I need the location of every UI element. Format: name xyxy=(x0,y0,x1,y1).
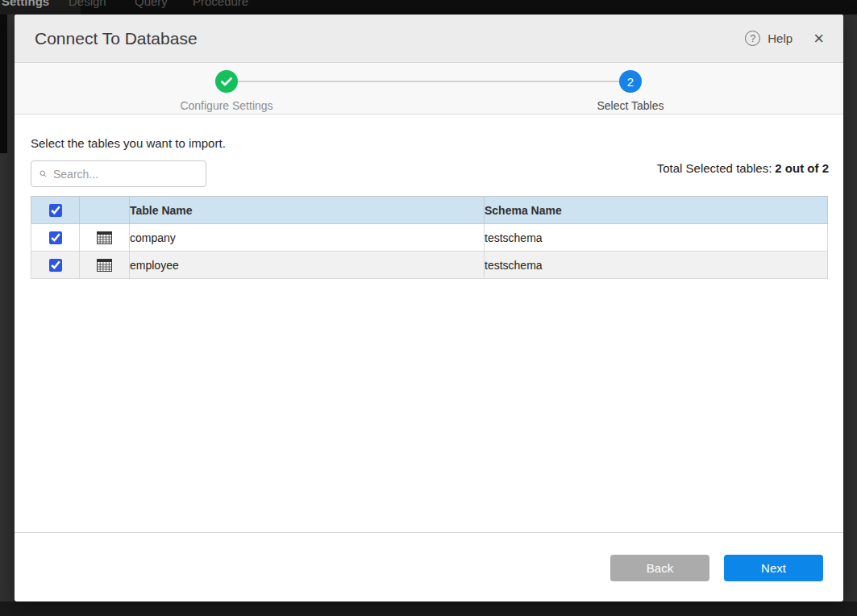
instruction-text: Select the tables you want to import. xyxy=(31,136,226,150)
dialog-title: Connect To Database xyxy=(35,29,745,48)
table-name-cell: employee xyxy=(130,252,485,279)
step-configure-settings: Configure Settings xyxy=(138,70,315,112)
select-all-checkbox[interactable] xyxy=(49,204,62,217)
background-sidebar-strip xyxy=(0,15,7,153)
help-icon: ? xyxy=(745,31,760,46)
total-selected-label: Total Selected tables: xyxy=(657,161,772,175)
table-name-column-header: Table Name xyxy=(130,197,485,224)
connect-to-database-dialog: Connect To Database ? Help × Configure S… xyxy=(15,15,843,601)
tab-settings[interactable]: Settings xyxy=(2,0,49,8)
step-label-configure-settings: Configure Settings xyxy=(138,99,315,112)
help-button[interactable]: ? Help xyxy=(745,31,793,46)
icon-column-header xyxy=(80,197,130,224)
schema-name-cell: testschema xyxy=(485,252,828,279)
total-selected-value: 2 out of 2 xyxy=(775,161,829,175)
schema-name-column-header: Schema Name xyxy=(485,197,828,224)
total-selected-tables: Total Selected tables:2 out of 2 xyxy=(657,161,829,175)
table-grid-icon xyxy=(97,231,112,244)
table-grid-icon xyxy=(97,259,112,272)
table-row: employee testschema xyxy=(31,252,828,279)
next-button[interactable]: Next xyxy=(724,555,823,581)
background-tab-bar: Settings Design Query Procedure xyxy=(0,0,857,15)
step-select-tables: 2 Select Tables xyxy=(542,70,719,112)
table-name-cell: company xyxy=(130,224,485,252)
background-bottom-shade xyxy=(0,601,857,616)
footer-divider xyxy=(15,532,843,533)
table-header-row: Table Name Schema Name xyxy=(31,197,828,224)
row-checkbox-company[interactable] xyxy=(49,231,62,244)
dialog-header: Connect To Database ? Help × xyxy=(15,15,843,63)
row-checkbox-employee[interactable] xyxy=(49,259,62,272)
search-input-wrapper xyxy=(31,160,206,187)
step-label-select-tables: Select Tables xyxy=(542,99,719,112)
table-row: company testschema xyxy=(31,224,828,252)
tab-query[interactable]: Query xyxy=(135,0,168,8)
help-label: Help xyxy=(768,31,793,45)
step-complete-check-icon xyxy=(215,70,238,93)
search-input[interactable] xyxy=(53,168,199,181)
tab-procedure[interactable]: Procedure xyxy=(193,0,248,8)
schema-name-cell: testschema xyxy=(485,224,828,252)
app-background: Settings Design Query Procedure Connect … xyxy=(0,0,857,616)
tables-list: Table Name Schema Name xyxy=(31,196,828,279)
wizard-stepper: Configure Settings 2 Select Tables xyxy=(15,63,843,114)
back-button[interactable]: Back xyxy=(610,555,709,581)
tab-design[interactable]: Design xyxy=(69,0,106,8)
step-number-badge: 2 xyxy=(619,70,642,93)
close-icon[interactable]: × xyxy=(813,31,824,47)
search-icon xyxy=(40,168,47,180)
